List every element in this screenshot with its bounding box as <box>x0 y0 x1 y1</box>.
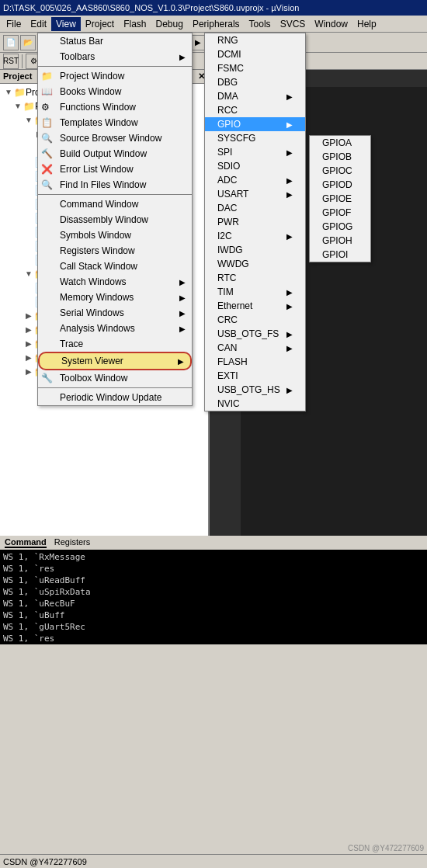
menu-item-registers-window[interactable]: Registers Window <box>38 243 192 259</box>
toolbar-btn5[interactable]: ≡ <box>213 35 228 50</box>
code-editor: soft_iic.c eep... 7374757677787980818283… <box>210 70 427 536</box>
menu-edit[interactable]: Edit <box>26 17 51 31</box>
toolbar-debug[interactable]: ▶ <box>190 35 206 50</box>
command-line: WS 1, `RxMessage <box>3 551 424 563</box>
view-menu-dropdown: Status BarToolbars▶📁Project Window📖Books… <box>37 33 193 406</box>
submenu-arrow-icon: ▶ <box>179 278 186 286</box>
menu-item-periodic-window-update[interactable]: Periodic Window Update <box>38 390 192 405</box>
menu-item-system-viewer[interactable]: System Viewer▶ <box>38 352 192 370</box>
command-tab-command[interactable]: Command <box>5 537 47 548</box>
submenu-arrow-icon: ▶ <box>178 357 184 366</box>
menu-separator <box>38 66 192 67</box>
project-panel-title: Project <box>3 71 32 82</box>
code-content: 7374757677787980818283848586878889909192… <box>210 87 427 536</box>
status-text: CSDN @Y472277609 <box>3 857 87 866</box>
menu-item-command-window[interactable]: Command Window <box>38 196 192 212</box>
menu-item-disassembly-window[interactable]: Disassembly Window <box>38 212 192 227</box>
menu-icon: 📖 <box>41 86 57 97</box>
menu-project[interactable]: Project <box>81 17 119 31</box>
sep4 <box>209 36 210 50</box>
menu-icon: 🔍 <box>41 133 57 144</box>
menu-item-call-stack-window[interactable]: Call Stack Window <box>38 259 192 274</box>
menu-item-serial-windows[interactable]: Serial Windows▶ <box>38 305 192 321</box>
menu-icon: 📋 <box>41 117 57 128</box>
submenu-arrow-icon: ▶ <box>179 53 186 61</box>
status-bar: CSDN @Y472277609 <box>0 854 427 868</box>
menu-tools[interactable]: Tools <box>245 17 276 31</box>
menu-icon: 🔧 <box>41 373 57 384</box>
menu-item-error-list-window[interactable]: ❌Error List Window <box>38 161 192 177</box>
menu-icon: 🔨 <box>41 148 57 159</box>
editor-tabs: soft_iic.c eep... <box>210 70 427 87</box>
command-header: Command Registers <box>0 536 427 550</box>
command-tab-registers[interactable]: Registers <box>54 537 90 548</box>
sep5 <box>22 54 23 68</box>
title-bar: D:\TASK_005\026_AAS860\S860_NOS_V1.0.3\P… <box>0 0 427 16</box>
menu-icon: 📁 <box>41 71 57 82</box>
menu-flash[interactable]: Flash <box>119 17 151 31</box>
menu-separator <box>38 194 192 195</box>
toolbar-new[interactable]: 📄 <box>3 35 19 50</box>
toolbar-btn8[interactable]: ≡ <box>264 35 279 50</box>
menu-view[interactable]: View <box>51 17 81 31</box>
menu-separator <box>38 387 192 388</box>
submenu-arrow-icon: ▶ <box>179 325 186 333</box>
menu-item-memory-windows[interactable]: Memory Windows▶ <box>38 290 192 305</box>
menu-debug[interactable]: Debug <box>151 17 188 31</box>
menu-item-source-browser-window[interactable]: 🔍Source Browser Window <box>38 130 192 146</box>
menu-item-symbols-window[interactable]: Symbols Window <box>38 227 192 243</box>
menu-svcs[interactable]: SVCS <box>276 17 311 31</box>
menu-item-books-window[interactable]: 📖Books Window <box>38 84 192 99</box>
menu-peripherals[interactable]: Peripherals <box>188 17 245 31</box>
menu-bar: File Edit View Project Flash Debug Perip… <box>0 16 427 33</box>
menu-file[interactable]: File <box>2 17 26 31</box>
submenu-arrow-icon: ▶ <box>179 293 186 302</box>
command-content: WS 1, `RxMessageWS 1, `resWS 1, `uReadBu… <box>0 550 427 646</box>
menu-item-trace[interactable]: Trace <box>38 336 192 352</box>
menu-help[interactable]: Help <box>352 17 381 31</box>
menu-item-functions-window[interactable]: ⚙Functions Window <box>38 99 192 115</box>
project-panel-close[interactable]: ✕ <box>198 71 205 82</box>
command-line: WS 1, `uRecBuF <box>3 598 424 609</box>
menu-item-templates-window[interactable]: 📋Templates Window <box>38 115 192 130</box>
command-line: WS 1, `uSpiRxData <box>3 586 424 598</box>
tab-soft-iic[interactable]: soft_iic.c <box>210 70 259 87</box>
command-line: WS 1, `gUart5Rec <box>3 621 424 633</box>
menu-item-build-output-window[interactable]: 🔨Build Output Window <box>38 146 192 161</box>
toolbar2-btn1[interactable]: RST <box>3 54 19 69</box>
toolbar-btn6[interactable]: ≡ <box>230 35 245 50</box>
menu-icon: ❌ <box>41 164 57 175</box>
command-panel: Command Registers WS 1, `RxMessageWS 1, … <box>0 536 427 644</box>
line-numbers: 7374757677787980818283848586878889909192… <box>210 87 241 536</box>
command-line: WS 1, `res <box>3 563 424 575</box>
menu-item-toolbars[interactable]: Toolbars▶ <box>38 49 192 64</box>
command-line: WS 1, `uBuff <box>3 609 424 621</box>
command-line: WS 1, `uReadBuff <box>3 575 424 586</box>
menu-item-find-in-files-window[interactable]: 🔍Find In Files Window <box>38 177 192 193</box>
command-line: WS 1, `res <box>3 633 424 644</box>
menu-window[interactable]: Window <box>310 17 352 31</box>
menu-icon: 🔍 <box>41 179 57 190</box>
menu-item-toolbox-window[interactable]: 🔧Toolbox Window <box>38 370 192 386</box>
menu-icon: ⚙ <box>41 102 57 113</box>
menu-item-status-bar[interactable]: Status Bar <box>38 33 192 49</box>
watermark: CSDN @Y472277609 <box>345 842 427 854</box>
menu-item-project-window[interactable]: 📁Project Window <box>38 68 192 84</box>
toolbar-open[interactable]: 📂 <box>20 35 36 50</box>
submenu-arrow-icon: ▶ <box>179 309 186 318</box>
menu-item-watch-windows[interactable]: Watch Windows▶ <box>38 274 192 290</box>
code-text[interactable]: }}int m{RRUdBE <box>241 87 427 536</box>
tab-eep[interactable]: eep... <box>259 70 297 87</box>
toolbar-btn7[interactable]: ≡ <box>247 35 262 50</box>
title-text: D:\TASK_005\026_AAS860\S860_NOS_V1.0.3\P… <box>3 3 299 12</box>
menu-item-analysis-windows[interactable]: Analysis Windows▶ <box>38 321 192 336</box>
